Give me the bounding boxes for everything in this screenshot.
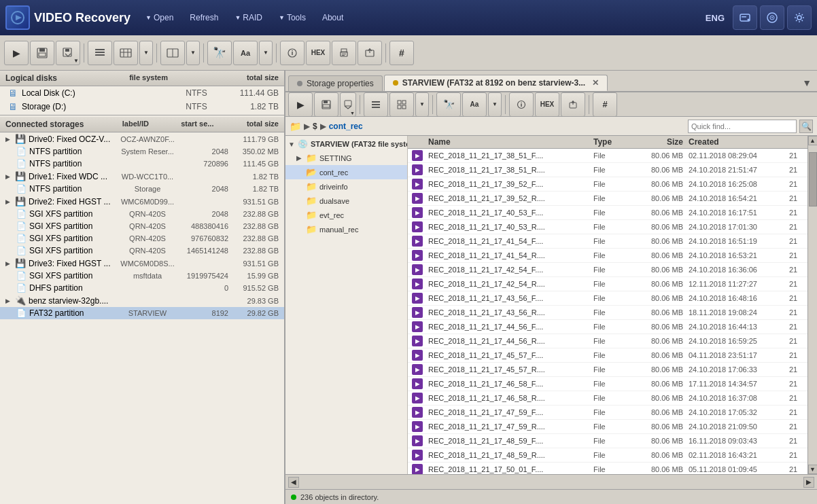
rt-hex-btn[interactable]: HEX (535, 92, 559, 117)
rt-text-arrow-btn[interactable]: ▼ (488, 92, 502, 117)
file-row[interactable]: ▶ REC_2018_11_21_17_50_01_F.... File 80.… (408, 463, 807, 474)
tree-manual-rec[interactable]: 📁 manual_rec (285, 222, 407, 236)
tree-dualsave[interactable]: 📁 dualsave (285, 194, 407, 208)
tab-overflow-arrow[interactable]: ▼ (799, 75, 814, 91)
file-row[interactable]: ▶ REC_2018_11_21_17_45_57_R.... File 80.… (408, 363, 807, 377)
file-row[interactable]: ▶ REC_2018_11_21_17_41_54_F.... File 80.… (408, 234, 807, 249)
file-row[interactable]: ▶ REC_2018_11_21_17_39_52_R.... File 80.… (408, 192, 807, 206)
file-row[interactable]: ▶ REC_2018_11_21_17_47_59_F.... File 80.… (408, 406, 807, 420)
file-row[interactable]: ▶ REC_2018_11_21_17_48_59_F.... File 80.… (408, 434, 807, 448)
ntfs-part-1[interactable]: 📄 NTFS partition System Reser... 2048 35… (0, 145, 284, 158)
tree-cont-rec[interactable]: 📂 cont_rec (285, 165, 407, 179)
rt-play-btn[interactable]: ▶ (288, 92, 313, 117)
save-arrow-btn[interactable]: ▼ (56, 41, 80, 65)
menu-tools[interactable]: ▼ Tools (272, 9, 313, 26)
fat32-partition[interactable]: 📄 FAT32 partition STARVIEW 8192 29.82 GB (0, 307, 284, 319)
file-row[interactable]: ▶ REC_2018_11_21_17_46_58_R.... File 80.… (408, 391, 807, 406)
print-btn[interactable] (332, 41, 356, 65)
scroll-down-btn[interactable]: ▼ (808, 465, 818, 474)
file-row[interactable]: ▶ REC_2018_11_21_17_40_53_R.... File 80.… (408, 220, 807, 234)
tree-evt-rec[interactable]: 📁 evt_rec (285, 208, 407, 222)
sgi-part-5[interactable]: 📄 SGI XFS partition msftdata 1919975424 … (0, 270, 284, 282)
menu-refresh[interactable]: Refresh (183, 9, 225, 26)
file-row[interactable]: ▶ REC_2018_11_21_17_42_54_F.... File 80.… (408, 263, 807, 277)
scroll-track[interactable] (808, 145, 818, 465)
file-row[interactable]: ▶ REC_2018_11_21_17_42_54_R.... File 80.… (408, 277, 807, 291)
drive-icon-btn[interactable] (733, 5, 757, 30)
tree-dualsave-label: dualsave (319, 197, 349, 205)
drive2-item[interactable]: ▶ 💾 Drive2: Fixed HGST ... WMC6M0D99... … (0, 195, 284, 208)
settings-icon-btn[interactable] (787, 5, 812, 30)
hash-btn[interactable]: # (389, 41, 414, 65)
menu-about[interactable]: About (315, 9, 350, 26)
logical-disks-header: Logical disks file system total size (0, 71, 284, 86)
bnav-right-btn[interactable]: ▶ (803, 477, 814, 488)
file-row[interactable]: ▶ REC_2018_11_21_17_43_56_F.... File 80.… (408, 291, 807, 306)
tree-starview-root[interactable]: ▼ 💿 STARVIEW (FAT32 file system) (285, 137, 407, 151)
file-row[interactable]: ▶ REC_2018_11_21_17_47_59_R.... File 80.… (408, 420, 807, 434)
file-row[interactable]: ▶ REC_2018_11_21_17_44_56_F.... File 80.… (408, 320, 807, 334)
menu-raid[interactable]: ▼ RAID (228, 9, 269, 26)
tab-storage-properties[interactable]: Storage properties (288, 75, 383, 91)
export-btn[interactable] (358, 41, 382, 65)
drive0-item[interactable]: ▶ 💾 Drive0: Fixed OCZ-V... OCZ-AWNZ0F...… (0, 132, 284, 145)
bnav-left-btn[interactable]: ◀ (288, 477, 299, 488)
scroll-up-btn[interactable]: ▲ (808, 136, 818, 145)
file-type: File (591, 166, 631, 174)
tab-close-btn[interactable]: ✕ (592, 78, 599, 88)
rt-export-btn[interactable] (561, 92, 585, 117)
text-btn[interactable]: Aa (233, 41, 258, 65)
path-dollar[interactable]: $ (313, 122, 317, 131)
dhfs-part[interactable]: 📄 DHFS partition 0 915.52 GB (0, 282, 284, 294)
rt-info-btn[interactable] (509, 92, 534, 117)
sgi-part-4[interactable]: 📄 SGI XFS partition QRN-420S 1465141248 … (0, 245, 284, 257)
file-row[interactable]: ▶ REC_2018_11_21_17_38_51_R.... File 80.… (408, 163, 807, 177)
file-row[interactable]: ▶ REC_2018_11_21_17_46_58_F.... File 80.… (408, 377, 807, 391)
file-row[interactable]: ▶ REC_2018_11_21_17_44_56_R.... File 80.… (408, 334, 807, 348)
hex-btn[interactable]: HEX (306, 41, 330, 65)
tree-driveinfo[interactable]: 📁 driveinfo (285, 179, 407, 194)
save-btn[interactable] (30, 41, 54, 65)
benz-starview-item[interactable]: ▶ 🔌 benz starview-32gb.... 29.83 GB (0, 294, 284, 307)
rt-binoculars-btn[interactable]: 🔭 (436, 92, 461, 117)
rt-hash-btn[interactable]: # (593, 92, 617, 117)
text-arrow-btn[interactable]: ▼ (259, 41, 273, 65)
quick-find-button[interactable]: 🔍 (799, 120, 813, 133)
sgi-part-1[interactable]: 📄 SGI XFS partition QRN-420S 2048 232.88… (0, 208, 284, 220)
quick-find-input[interactable] (688, 120, 797, 133)
disk-storage-d[interactable]: 🖥 Storage (D:) NTFS 1.82 TB (0, 100, 284, 113)
rt-grid-btn[interactable] (389, 92, 414, 117)
drive1-item[interactable]: ▶ 💾 Drive1: Fixed WDC ... WD-WCC1T0... 1… (0, 170, 284, 183)
binoculars-btn[interactable]: 🔭 (207, 41, 232, 65)
file-row[interactable]: ▶ REC_2018_11_21_17_39_52_F.... File 80.… (408, 177, 807, 192)
rt-grid-arrow-btn[interactable]: ▼ (415, 92, 429, 117)
info-btn[interactable] (280, 41, 305, 65)
tab-starview[interactable]: STARVIEW (FAT32 at 8192 on benz starview… (384, 75, 608, 91)
rt-save-btn[interactable] (314, 92, 338, 117)
ntfs-part-3[interactable]: 📄 NTFS partition Storage 2048 1.82 TB (0, 183, 284, 195)
file-row[interactable]: ▶ REC_2018_11_21_17_45_57_F.... File 80.… (408, 348, 807, 363)
menu-open[interactable]: ▼ Open (139, 9, 180, 26)
sgi-part-3[interactable]: 📄 SGI XFS partition QRN-420S 976760832 2… (0, 232, 284, 245)
file-row[interactable]: ▶ REC_2018_11_21_17_43_56_R.... File 80.… (408, 306, 807, 320)
rt-save2-btn[interactable]: ▼ (340, 92, 356, 117)
file-row[interactable]: ▶ REC_2018_11_21_17_41_54_R.... File 80.… (408, 249, 807, 263)
panel-btn[interactable] (160, 41, 185, 65)
rt-text-btn[interactable]: Aa (462, 92, 487, 117)
sgi-part-2[interactable]: 📄 SGI XFS partition QRN-420S 488380416 2… (0, 220, 284, 232)
path-cont-rec[interactable]: cont_rec (329, 122, 363, 131)
disk-icon-btn[interactable] (760, 5, 784, 30)
view-arrow-btn[interactable]: ▼ (139, 41, 153, 65)
file-row[interactable]: ▶ REC_2018_11_21_17_38_51_F.... File 80.… (408, 149, 807, 163)
tree-setting[interactable]: ▶ 📁 SETTING (285, 151, 407, 165)
rt-list-btn[interactable] (364, 92, 388, 117)
file-row[interactable]: ▶ REC_2018_11_21_17_48_59_R.... File 80.… (408, 448, 807, 463)
list-view-btn[interactable] (88, 41, 112, 65)
ntfs-part-2[interactable]: 📄 NTFS partition 720896 111.45 GB (0, 158, 284, 170)
drive3-item[interactable]: ▶ 💾 Drive3: Fixed HGST ... WMC6M0D8S... … (0, 257, 284, 270)
panel-arrow-btn[interactable]: ▼ (186, 41, 200, 65)
disk-local-c[interactable]: 🖥 Local Disk (C:) NTFS 111.44 GB (0, 86, 284, 100)
play-btn[interactable]: ▶ (4, 41, 29, 65)
file-row[interactable]: ▶ REC_2018_11_21_17_40_53_F.... File 80.… (408, 206, 807, 220)
view-btn[interactable] (114, 41, 138, 65)
